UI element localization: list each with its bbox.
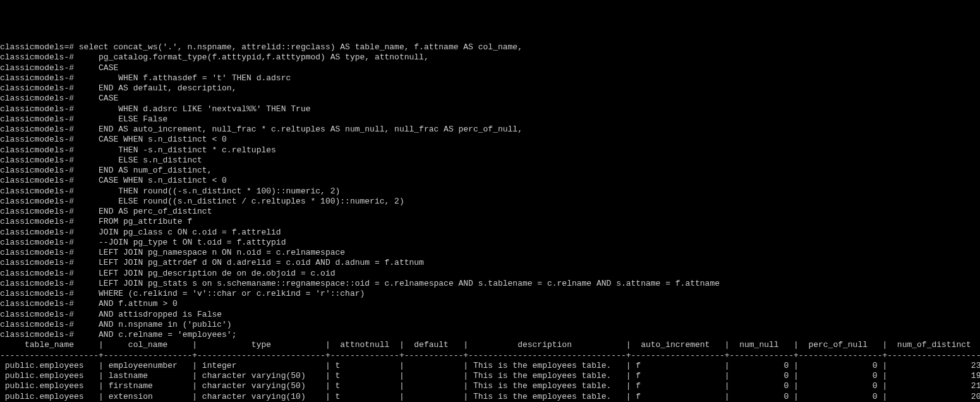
- terminal-output[interactable]: classicmodels=# select concat_ws('.', n.…: [0, 42, 980, 402]
